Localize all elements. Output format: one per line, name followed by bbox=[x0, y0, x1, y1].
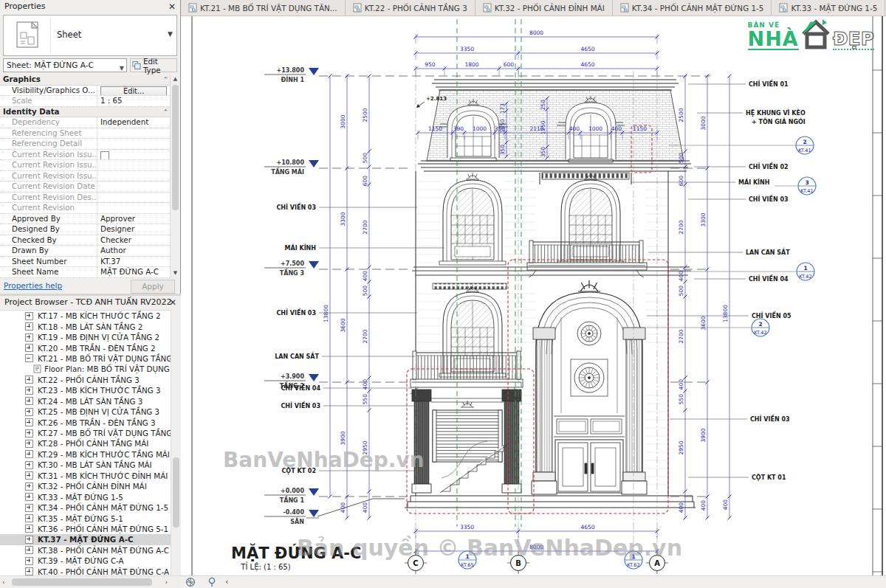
browser-item[interactable]: KT.33 - MẶT ĐỨNG 1-5 bbox=[0, 491, 171, 502]
property-value[interactable] bbox=[97, 203, 171, 213]
property-grid-scrollbar[interactable]: ▲ ▼ bbox=[170, 75, 180, 278]
edit-type-button[interactable]: Edit Type bbox=[130, 58, 177, 72]
tree-expand-icon[interactable] bbox=[25, 482, 33, 491]
tree-expand-icon[interactable] bbox=[25, 408, 33, 416]
property-value[interactable]: MẶT ĐỨNG A-C bbox=[97, 267, 171, 277]
tree-expand-icon[interactable] bbox=[25, 536, 33, 544]
property-section-header[interactable]: Graphics⌃ bbox=[0, 75, 171, 86]
view-tab[interactable]: KT.32 - PHỐI CẢNH ĐỈNH MÁI bbox=[475, 0, 613, 15]
close-icon[interactable]: ✕ bbox=[167, 0, 177, 13]
tree-expand-icon[interactable] bbox=[25, 567, 33, 575]
view-tab[interactable]: KT.22 - PHỐI CẢNH TẦNG 3 bbox=[346, 0, 475, 15]
browser-item[interactable]: KT.18 - MB LÁT SÀN TẦNG 2 bbox=[0, 321, 171, 331]
browser-item[interactable]: KT.34 - PHỐI CẢNH MẶT ĐỨNG 1-5 bbox=[0, 502, 171, 513]
browser-item[interactable]: KT.26 - MB TRẦN - ĐÈN TẦNG 3 bbox=[0, 417, 171, 427]
property-value[interactable]: Edit... bbox=[97, 86, 171, 96]
tree-expand-icon[interactable] bbox=[25, 418, 33, 426]
property-value[interactable] bbox=[97, 181, 171, 192]
tree-expand-icon[interactable] bbox=[25, 450, 33, 458]
tree-expand-icon[interactable] bbox=[25, 387, 33, 395]
edit-button[interactable]: Edit... bbox=[100, 86, 167, 96]
svg-text:Bản quyền © BanVeNhaDep.vn: Bản quyền © BanVeNhaDep.vn bbox=[297, 535, 682, 561]
tree-expand-icon[interactable] bbox=[25, 525, 33, 533]
tree-expand-icon[interactable] bbox=[25, 333, 33, 342]
browser-item[interactable]: KT.32 - PHỐI CẢNH ĐỈNH MÁI bbox=[0, 481, 171, 491]
browser-item[interactable]: KT.39 - MẶT ĐỨNG C-A bbox=[0, 556, 171, 566]
scroll-left-icon[interactable]: ‹ bbox=[2, 577, 5, 587]
property-value[interactable] bbox=[97, 160, 171, 170]
view-tab[interactable]: KT.21 - MB BỐ TRÍ VẬT DỤNG TĂN... bbox=[181, 0, 346, 15]
property-value[interactable]: Designer bbox=[97, 224, 171, 235]
browser-item[interactable]: KT.38 - PHỐI CẢNH MẶT ĐỨNG A-C bbox=[0, 545, 171, 556]
view-tab[interactable]: KT.33 - MẶT ĐỨNG 1-5 bbox=[772, 0, 885, 15]
drawing-canvas[interactable]: BẢN VẼ NHÀ ĐẸP bbox=[181, 16, 886, 575]
browser-item[interactable]: KT.27 - MB BỐ TRÍ VẬT DỤNG TẦNG M... bbox=[0, 428, 171, 438]
property-value[interactable]: 1 : 65 bbox=[97, 96, 171, 106]
properties-help-link[interactable]: Properties help bbox=[4, 281, 62, 290]
browser-item[interactable]: KT.28 - PHỐI CẢNH TẦNG MÁI bbox=[0, 438, 171, 449]
chevron-down-icon: ▼ bbox=[120, 62, 124, 72]
tree-expand-icon[interactable] bbox=[25, 471, 33, 480]
property-value[interactable]: Approver bbox=[97, 214, 171, 224]
property-value[interactable]: Independent bbox=[97, 117, 171, 128]
view-tab[interactable]: KT.34 - PHỐI CẢNH MẶT ĐỨNG 1-5 bbox=[613, 0, 772, 15]
tree-expand-icon[interactable] bbox=[25, 376, 33, 384]
tree-expand-icon[interactable] bbox=[25, 440, 33, 448]
type-selector[interactable]: Sheet ▼ bbox=[3, 15, 177, 56]
browser-item[interactable]: KT.31 - MB KÍCH THƯỚC ĐỈNH MÁI bbox=[0, 471, 171, 481]
tree-expand-icon[interactable] bbox=[25, 429, 33, 437]
property-section-header[interactable]: Identity Data⌃ bbox=[0, 107, 171, 118]
browser-item[interactable]: KT.21 - MB BỐ TRÍ VẬT DỤNG TẦNG 3 bbox=[0, 353, 171, 364]
browser-item[interactable]: KT.17 - MB KÍCH THƯỚC TẦNG 2 bbox=[0, 311, 171, 321]
scrollbar-thumb[interactable] bbox=[172, 85, 179, 210]
tree-expand-icon[interactable] bbox=[25, 322, 33, 331]
tree-expand-icon[interactable] bbox=[25, 546, 33, 554]
tree-expand-icon[interactable] bbox=[25, 461, 33, 469]
checkbox[interactable] bbox=[100, 151, 109, 160]
property-value[interactable]: Author bbox=[97, 246, 171, 256]
browser-item[interactable]: KT.22 - PHỐI CẢNH TẦNG 3 bbox=[0, 375, 171, 385]
tree-expand-icon[interactable] bbox=[25, 397, 33, 405]
svg-text:2: 2 bbox=[803, 139, 806, 145]
property-value[interactable] bbox=[97, 128, 171, 139]
tree-expand-icon[interactable] bbox=[25, 504, 33, 512]
browser-item[interactable]: KT.20 - MB TRẦN - ĐÈN TẦNG 2 bbox=[0, 342, 171, 353]
scroll-down-icon[interactable]: ▼ bbox=[171, 269, 180, 278]
property-value[interactable] bbox=[97, 150, 171, 160]
tree-horizontal-scrollbar[interactable]: ‹ › bbox=[0, 575, 181, 588]
browser-item[interactable]: KT.25 - MB ĐỊNH VỊ CỬA TẦNG 3 bbox=[0, 407, 171, 417]
browser-item[interactable]: Floor Plan: MB BỐ TRÍ VẬT DỤNG bbox=[0, 364, 171, 374]
scroll-right-icon[interactable]: › bbox=[165, 577, 168, 587]
reveal-hidden-icon[interactable] bbox=[207, 577, 216, 587]
tree-expand-icon[interactable] bbox=[25, 312, 33, 320]
scrollbar-thumb[interactable] bbox=[12, 578, 152, 586]
property-value[interactable]: Checker bbox=[97, 235, 171, 246]
browser-item[interactable]: KT.19 - MB ĐỊNH VỊ CỬA TẦNG 2 bbox=[0, 332, 171, 342]
scroll-up-icon[interactable]: ▲ bbox=[171, 75, 180, 84]
collapse-panel-icon[interactable]: ‹ bbox=[225, 577, 228, 587]
tree-vertical-scrollbar[interactable] bbox=[171, 310, 181, 576]
instance-combobox[interactable]: Sheet: MẶT ĐỨNG A-C ▼ bbox=[3, 58, 127, 72]
browser-item[interactable]: KT.24 - MB LÁT SÀN TẦNG 3 bbox=[0, 396, 171, 407]
browser-item[interactable]: KT.36 - PHỐI CẢNH MẶT ĐỨNG 5-1 bbox=[0, 524, 171, 534]
tree-expand-icon[interactable] bbox=[25, 354, 33, 362]
browser-item[interactable]: KT.35 - MẶT ĐỨNG 5-1 bbox=[0, 513, 171, 523]
close-icon[interactable]: ✕ bbox=[168, 296, 178, 309]
tree-expand-icon[interactable] bbox=[25, 344, 33, 352]
browser-item[interactable]: KT.29 - MB KÍCH THƯỚC TẦNG MÁI bbox=[0, 449, 171, 460]
property-value[interactable] bbox=[97, 139, 171, 149]
browser-item[interactable]: KT.30 - MB LÁT SÀN TẦNG MÁI bbox=[0, 460, 171, 470]
navigation-wheel-icon[interactable] bbox=[185, 577, 196, 587]
tree-expand-icon[interactable] bbox=[25, 557, 33, 565]
property-grid: Graphics⌃Visibility/Graphics O...Edit...… bbox=[0, 75, 171, 278]
tree-expand-icon[interactable] bbox=[25, 514, 33, 522]
property-value[interactable] bbox=[97, 171, 171, 181]
scrollbar-thumb[interactable] bbox=[173, 457, 179, 528]
browser-item[interactable]: KT.23 - MB KÍCH THƯỚC TẦNG 3 bbox=[0, 385, 171, 395]
browser-item-label: KT.30 - MB LÁT SÀN TẦNG MÁI bbox=[38, 460, 152, 469]
property-value[interactable] bbox=[97, 193, 171, 203]
property-value[interactable]: KT.37 bbox=[97, 257, 171, 267]
browser-item[interactable]: KT.37 - MẶT ĐỨNG A-C bbox=[0, 534, 171, 544]
tree-expand-icon[interactable] bbox=[25, 493, 33, 501]
apply-button[interactable]: Apply bbox=[131, 280, 175, 294]
